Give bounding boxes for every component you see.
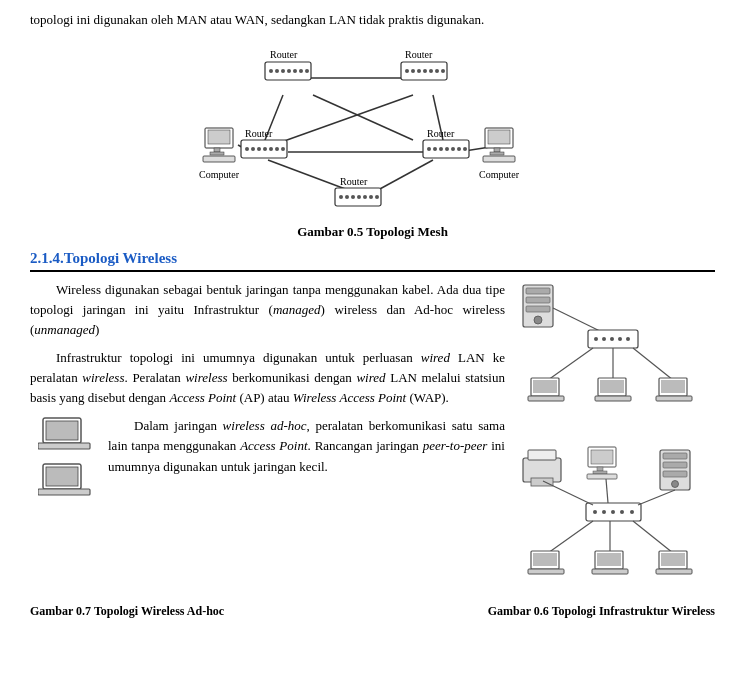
svg-point-48 (445, 147, 449, 151)
svg-line-119 (548, 521, 593, 553)
svg-point-57 (363, 195, 367, 199)
svg-point-34 (435, 69, 439, 73)
svg-point-53 (339, 195, 343, 199)
svg-rect-108 (663, 471, 687, 477)
svg-point-81 (602, 337, 606, 341)
svg-point-45 (427, 147, 431, 151)
svg-line-85 (548, 348, 593, 380)
adhoc-para: Dalam jaringan wireless ad-hoc, peralata… (108, 416, 505, 476)
svg-rect-75 (526, 297, 550, 303)
laptop-icon-1 (38, 416, 93, 458)
wireless-para-2: Infrastruktur topologi ini umumnya digun… (30, 348, 505, 408)
section-heading-wireless: 2.1.4.Topologi Wireless (30, 250, 715, 272)
svg-point-27 (305, 69, 309, 73)
svg-rect-18 (490, 152, 504, 155)
svg-point-114 (620, 510, 624, 514)
captions-row: Gambar 0.7 Topologi Wireless Ad-hoc Gamb… (30, 604, 715, 619)
laptop-icon-2 (38, 462, 93, 504)
svg-point-51 (463, 147, 467, 151)
svg-line-5 (268, 160, 348, 190)
svg-rect-14 (203, 156, 235, 162)
svg-point-37 (245, 147, 249, 151)
svg-point-115 (630, 510, 634, 514)
wireless-section: Wireless digunakan sebagai bentuk jaring… (30, 280, 715, 600)
svg-rect-93 (595, 396, 631, 401)
svg-rect-104 (587, 474, 617, 479)
svg-rect-102 (597, 467, 603, 471)
mesh-diagram: Router Router Router Router Router Compu… (183, 40, 563, 220)
svg-rect-123 (533, 553, 557, 566)
svg-line-117 (606, 479, 608, 503)
svg-point-38 (251, 147, 255, 151)
svg-rect-107 (663, 462, 687, 468)
svg-point-41 (269, 147, 273, 151)
svg-point-39 (257, 147, 261, 151)
svg-line-116 (543, 481, 593, 505)
svg-rect-106 (663, 453, 687, 459)
svg-rect-68 (46, 421, 78, 440)
svg-rect-17 (494, 148, 500, 152)
svg-rect-72 (38, 489, 90, 495)
svg-point-32 (423, 69, 427, 73)
svg-point-46 (433, 147, 437, 151)
svg-point-25 (293, 69, 297, 73)
caption-infra: Gambar 0.6 Topologi Infrastruktur Wirele… (488, 604, 715, 619)
svg-point-54 (345, 195, 349, 199)
svg-point-82 (610, 337, 614, 341)
svg-point-26 (299, 69, 303, 73)
svg-rect-12 (214, 148, 220, 152)
svg-text:Router: Router (427, 128, 455, 139)
svg-rect-101 (591, 450, 613, 464)
svg-rect-92 (600, 380, 624, 393)
svg-rect-90 (528, 396, 564, 401)
svg-text:Computer: Computer (199, 169, 240, 180)
svg-point-30 (411, 69, 415, 73)
svg-point-23 (281, 69, 285, 73)
svg-point-22 (275, 69, 279, 73)
svg-rect-19 (483, 156, 515, 162)
svg-rect-124 (528, 569, 564, 574)
svg-line-2 (313, 95, 413, 140)
svg-point-40 (263, 147, 267, 151)
svg-line-87 (633, 348, 673, 380)
infra-diagram-top (518, 280, 713, 435)
svg-point-35 (441, 69, 445, 73)
svg-point-42 (275, 147, 279, 151)
svg-rect-130 (656, 569, 692, 574)
svg-text:Computer: Computer (479, 169, 520, 180)
svg-rect-127 (592, 569, 628, 574)
svg-rect-129 (661, 553, 685, 566)
svg-point-21 (269, 69, 273, 73)
svg-point-112 (602, 510, 606, 514)
wireless-text: Wireless digunakan sebagai bentuk jaring… (30, 280, 505, 600)
svg-point-59 (375, 195, 379, 199)
svg-point-47 (439, 147, 443, 151)
svg-rect-71 (46, 467, 78, 486)
svg-rect-103 (593, 471, 607, 474)
svg-point-50 (457, 147, 461, 151)
svg-text:Router: Router (270, 49, 298, 60)
svg-point-113 (611, 510, 615, 514)
svg-rect-16 (488, 130, 510, 144)
svg-point-31 (417, 69, 421, 73)
svg-point-55 (351, 195, 355, 199)
svg-line-4 (273, 95, 413, 145)
svg-rect-89 (533, 380, 557, 393)
mesh-caption: Gambar 0.5 Topologi Mesh (297, 224, 448, 240)
adhoc-section: Dalam jaringan wireless ad-hoc, peralata… (30, 416, 505, 504)
svg-point-58 (369, 195, 373, 199)
wireless-para-1: Wireless digunakan sebagai bentuk jaring… (30, 280, 505, 340)
svg-point-80 (594, 337, 598, 341)
svg-text:Router: Router (340, 176, 368, 187)
svg-line-118 (638, 490, 675, 505)
infra-diagram-bottom (518, 445, 713, 600)
svg-rect-11 (208, 130, 230, 144)
svg-rect-69 (38, 443, 90, 449)
svg-point-77 (534, 316, 542, 324)
intro-text: topologi ini digunakan oleh MAN atau WAN… (30, 10, 715, 30)
svg-point-111 (593, 510, 597, 514)
adhoc-left-images (30, 416, 100, 504)
svg-text:Router: Router (405, 49, 433, 60)
svg-rect-96 (656, 396, 692, 401)
svg-rect-74 (526, 288, 550, 294)
